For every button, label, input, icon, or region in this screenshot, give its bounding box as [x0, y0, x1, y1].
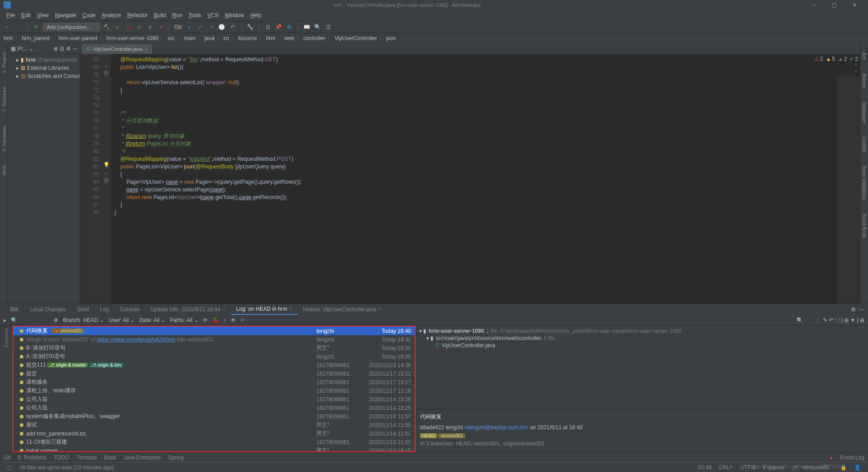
- commit-row[interactable]: 11-23项目三搭建 182790996612020/11/13 21:02: [14, 438, 415, 446]
- book-icon[interactable]: 📖: [303, 23, 311, 31]
- line-separator[interactable]: CRLF: [719, 464, 733, 471]
- commit-row[interactable]: Merge branch 'version001' of https://git…: [14, 335, 415, 344]
- search-icon[interactable]: 🔍: [11, 317, 18, 323]
- commit-row[interactable]: system服务集成mybatisPlus、swagger 1827909966…: [14, 412, 415, 421]
- coverage-icon[interactable]: ⊞: [135, 23, 143, 31]
- search-icon[interactable]: 🔍: [314, 23, 322, 31]
- pin-icon[interactable]: 📌: [275, 23, 283, 31]
- toggle-icon[interactable]: ⊟: [264, 23, 272, 31]
- editor-tab[interactable]: ©VipUserController.java×: [82, 44, 152, 54]
- expand-icon[interactable]: ▸: [4, 317, 6, 323]
- project-header-label[interactable]: Pr...: [18, 45, 27, 52]
- right-tab[interactable]: Bean Validation: [862, 166, 867, 200]
- vcs-push-icon[interactable]: ↗: [207, 23, 215, 31]
- bottom-tab[interactable]: Terminal: [77, 454, 97, 461]
- menu-vcs[interactable]: VCS: [205, 11, 222, 19]
- search-commits-icon[interactable]: 🔍: [796, 317, 803, 323]
- commit-row[interactable]: 公司入驻 182790996612020/11/14 23:25: [14, 404, 415, 412]
- crumb-9[interactable]: hrm: [266, 35, 276, 41]
- menu-tools[interactable]: Tools: [186, 11, 204, 19]
- refresh-icon[interactable]: ⟳: [203, 317, 208, 323]
- left-tab[interactable]: 2: Favorites: [1, 126, 7, 151]
- back-icon[interactable]: ←: [4, 23, 12, 31]
- hide-icon[interactable]: ─: [73, 45, 77, 52]
- details-toolbar-icons[interactable]: ✎ ↶ ⬚ | ⊞ ▼ | ⊞: [823, 317, 864, 323]
- commit-row[interactable]: 提交 182790996612020/11/17 23:21: [14, 369, 415, 378]
- scratches[interactable]: ▸ ▤ Scratches and Console: [10, 72, 78, 80]
- run-icon[interactable]: ▶: [113, 23, 122, 31]
- vcs-hide-icon[interactable]: ─: [859, 306, 863, 313]
- commit-row[interactable]: 提交111 ⎇ origin & master⎇ origin & dev182…: [14, 361, 415, 369]
- collapse-all-icon[interactable]: ⊟: [60, 45, 64, 52]
- event-log-button[interactable]: Event Log: [840, 454, 864, 461]
- project-root[interactable]: ▸ ▮ hrm D:\workspace\de: [10, 56, 78, 64]
- user-filter[interactable]: User: All ⌄: [108, 317, 135, 323]
- chevron-down-icon[interactable]: ˅: [854, 70, 860, 77]
- crumb-6[interactable]: java: [204, 35, 214, 41]
- external-libraries[interactable]: ▸ ⊞ External Libraries: [10, 64, 78, 72]
- crumb-12[interactable]: VipUserController: [335, 35, 377, 41]
- bottom-tab[interactable]: Git: [4, 454, 10, 461]
- translate-icon[interactable]: 文: [325, 23, 333, 31]
- branches-label[interactable]: Branches: [4, 328, 9, 347]
- commit-row[interactable]: 课程服务 182790996612020/11/17 23:17: [14, 378, 415, 386]
- vcs-tab[interactable]: Shelf: [72, 304, 95, 314]
- cherry-pick-icon[interactable]: 🍒: [212, 317, 219, 323]
- scroll-from-source-icon[interactable]: ⊕: [54, 45, 58, 52]
- run-config-combo[interactable]: Add Configuration...: [43, 23, 100, 31]
- commit-row[interactable]: 代码恢复 🔖 version001tengzhiToday 16:40: [14, 327, 415, 335]
- bottom-tab[interactable]: TODO: [54, 454, 69, 461]
- run-config-icon[interactable]: ⟳: [32, 23, 40, 31]
- left-tab[interactable]: 7: Structure: [1, 86, 7, 112]
- lock-icon[interactable]: 🔒: [840, 464, 847, 471]
- menu-edit[interactable]: Edit: [18, 11, 33, 19]
- right-tab[interactable]: Maven: [862, 73, 867, 88]
- right-tab[interactable]: Codota: [862, 136, 867, 152]
- author-email[interactable]: <tengzhi@keytop.com.cn>: [465, 424, 529, 431]
- debug-icon[interactable]: 🐞: [124, 23, 132, 31]
- crumb-8[interactable]: itsource: [238, 35, 257, 41]
- menu-window[interactable]: Window: [222, 11, 247, 19]
- bottom-tab[interactable]: Spring: [168, 454, 184, 461]
- codota-icon[interactable]: ⚙: [285, 23, 294, 31]
- minimap[interactable]: [837, 77, 860, 304]
- menu-file[interactable]: File: [4, 11, 18, 19]
- crumb-1[interactable]: hrm_parent: [22, 35, 50, 41]
- vcs-update-icon[interactable]: ↙: [185, 23, 194, 31]
- menu-analyze[interactable]: Analyze: [99, 11, 124, 19]
- caret-position[interactable]: 82:49: [698, 464, 712, 471]
- close-button[interactable]: ✕: [844, 0, 864, 10]
- menu-navigate[interactable]: Navigate: [52, 11, 79, 19]
- profiler-icon[interactable]: ◉: [146, 23, 154, 31]
- commit-list[interactable]: 代码恢复 🔖 version001tengzhiToday 16:40Merge…: [13, 326, 416, 452]
- code-area[interactable]: @RequestMapping(value = "/list",method =…: [111, 54, 833, 304]
- vcs-history-icon[interactable]: 🕐: [218, 23, 226, 31]
- gear-icon[interactable]: ⚙: [66, 45, 71, 52]
- vcs-tab[interactable]: History: VipUserController.java×: [298, 304, 387, 314]
- vcs-tab[interactable]: Log: [95, 304, 114, 314]
- build-icon[interactable]: 🔨: [103, 23, 111, 31]
- crumb-4[interactable]: src: [167, 35, 175, 41]
- vcs-commit-icon[interactable]: ✓: [196, 23, 204, 31]
- vcs-gear-icon[interactable]: ⚙: [851, 306, 856, 313]
- vcs-tab[interactable]: Local Changes: [25, 304, 72, 314]
- right-tab[interactable]: Database: [862, 102, 867, 123]
- crumb-2[interactable]: hrm-user-parent: [59, 35, 97, 41]
- menu-help[interactable]: Help: [248, 11, 264, 19]
- commit-row[interactable]: 课程上传、redis缓存 182790996612020/11/17 23:16: [14, 386, 415, 395]
- eye-icon[interactable]: 👁: [231, 317, 236, 323]
- bottom-tab[interactable]: 6: Problems: [18, 454, 46, 461]
- vcs-rollback-icon[interactable]: ↶: [229, 23, 237, 31]
- stop-icon[interactable]: ■: [157, 23, 165, 31]
- menu-refactor[interactable]: Refactor: [125, 11, 150, 19]
- minimize-button[interactable]: ─: [804, 0, 824, 10]
- inspections-widget[interactable]: ⚠2▲5▲2✔2: [812, 54, 860, 64]
- ide-settings-icon[interactable]: 🔧: [246, 23, 254, 31]
- flag-icon[interactable]: ⚐: [240, 317, 245, 323]
- chevron-up-icon[interactable]: ˄: [854, 64, 860, 70]
- crumb-0[interactable]: hrm: [4, 35, 13, 41]
- crumb-13[interactable]: json: [386, 35, 396, 41]
- crumb-7[interactable]: cn: [223, 35, 229, 41]
- memory-icon[interactable]: 👤: [854, 464, 861, 471]
- commit-row[interactable]: 公司入驻 182790996612020/11/14 23:28: [14, 395, 415, 404]
